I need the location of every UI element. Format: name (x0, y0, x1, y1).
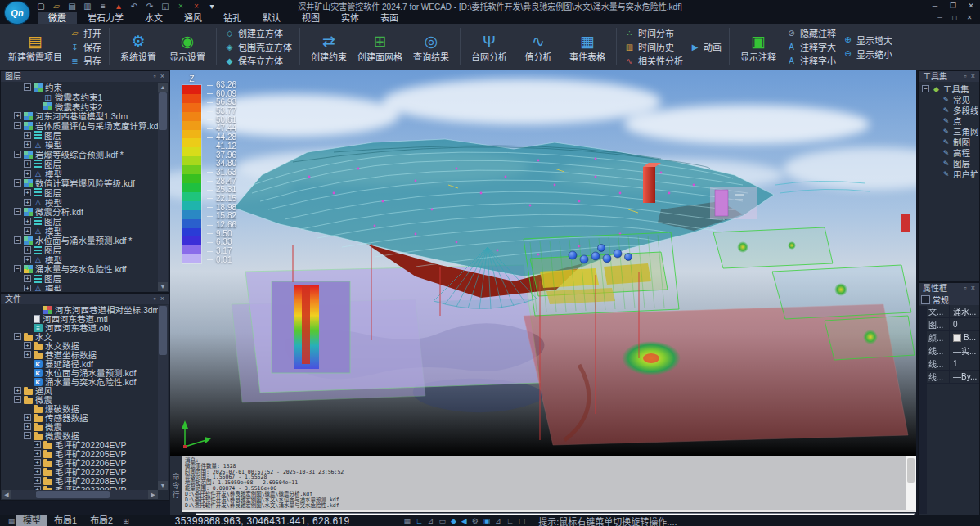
save-as-button[interactable]: ≣另存 (68, 54, 103, 68)
collapse-icon[interactable]: − (14, 396, 21, 403)
tree-item[interactable]: 微震表约束2 (2, 101, 158, 111)
property-row[interactable]: 线...—实... (926, 344, 979, 357)
tree-item[interactable]: +微震 (2, 422, 158, 431)
tree-item[interactable]: +通风 (2, 386, 158, 395)
expand-icon[interactable]: + (24, 227, 31, 235)
create-mesh-button[interactable]: ⊞创建面网格 (355, 25, 405, 69)
scrollbar-thumb[interactable] (159, 92, 167, 130)
3d-viewport[interactable]: Z 63.2660.0956.9353.7750.6147.4444.2841.… (170, 70, 916, 456)
tree-item[interactable]: 用户扩展 (919, 169, 978, 179)
collapse-icon[interactable]: − (14, 122, 21, 129)
window-icon[interactable]: ◱ (160, 0, 170, 12)
tree-item[interactable]: +模型 (2, 169, 158, 178)
scroll-down-icon[interactable]: ▼ (158, 282, 168, 291)
layout-add-icon[interactable]: ⊞ (123, 517, 129, 525)
close-red-icon[interactable]: × (191, 0, 201, 12)
tree-item[interactable]: 水位面与涌水量预测.kdf (2, 368, 158, 377)
display-shrink-button[interactable]: ⊖显示缩小 (841, 47, 894, 61)
files-horizontal-scrollbar[interactable]: ◀ ▶ (2, 490, 158, 499)
collapse-icon[interactable]: − (14, 265, 21, 272)
expand-icon[interactable]: + (24, 256, 31, 263)
tree-item[interactable]: +毛坪矿202206EVP (2, 458, 158, 467)
close-icon[interactable]: × (971, 71, 975, 82)
open-file-icon[interactable]: ▱ (52, 0, 61, 12)
tree-item[interactable]: 涌水量与突水危险性.kdf (2, 377, 158, 386)
pin-icon[interactable]: ▫ (964, 71, 967, 82)
new-microseismic-project-button[interactable]: ▤新建微震项目 (6, 25, 65, 69)
tree-item[interactable]: −水文 (2, 332, 158, 341)
menu-tab-水文[interactable]: 水文 (134, 12, 173, 24)
expand-icon[interactable]: + (14, 387, 21, 394)
menu-tab-视图[interactable]: 视图 (291, 12, 330, 24)
expand-icon[interactable]: + (24, 285, 31, 291)
value-analysis-button[interactable]: ∿值分析 (515, 25, 561, 69)
redo-icon[interactable]: ↷ (145, 0, 155, 12)
ortho-mode-icon[interactable]: ⊿ (428, 517, 434, 525)
expand-icon[interactable]: + (34, 477, 41, 484)
tree-item[interactable]: +模型 (2, 140, 158, 150)
expand-icon[interactable]: + (24, 160, 31, 168)
tree-item[interactable]: 图层 (919, 158, 978, 169)
scroll-right-icon[interactable]: ▶ (148, 490, 158, 499)
collapse-icon[interactable]: − (14, 151, 21, 158)
property-row[interactable]: 图...0 (926, 318, 979, 331)
tree-item[interactable]: −微震分析.kdf (2, 207, 158, 217)
expand-icon[interactable]: + (24, 170, 31, 178)
tree-item[interactable]: −微震数据 (2, 431, 158, 440)
tree-item[interactable]: +巷道坐标数据 (2, 350, 158, 359)
tree-item[interactable]: +河东河西巷道模型1.3dm (2, 111, 158, 121)
menu-tab-实体[interactable]: 实体 (330, 12, 370, 24)
menu-tab-通风[interactable]: 通风 (173, 12, 213, 24)
expand-icon[interactable]: + (24, 351, 31, 358)
tree-item[interactable]: −约束 (2, 83, 158, 92)
tree-item[interactable]: +毛坪矿202204EVP (2, 440, 158, 449)
tree-item[interactable]: +水文数据 (2, 341, 158, 350)
display-enlarge-button[interactable]: ⊕显示增大 (841, 33, 894, 47)
console-side-tab[interactable]: 命令行 (170, 456, 182, 515)
annotation-font-smaller-button[interactable]: A注释字小 (784, 54, 838, 68)
pin-icon[interactable]: ▫ (154, 294, 156, 304)
tree-item[interactable]: −数值计算岩爆风险等级.kdf (2, 178, 158, 188)
network-analysis-button[interactable]: Ψ台网分析 (466, 25, 512, 69)
tree-item[interactable]: +传感器数据 (2, 413, 158, 422)
show-annotation-button[interactable]: ▣显示注释 (735, 25, 781, 69)
tree-item[interactable]: 河东河西巷道相对坐标.3dm (2, 305, 158, 314)
expand-icon[interactable]: + (24, 199, 31, 206)
tree-item[interactable]: +毛坪矿202205EVP (2, 449, 158, 458)
tree-item[interactable]: −水位面与涌水量预测.kdf * (2, 236, 158, 245)
tree-item[interactable]: 爆破数据 (2, 404, 158, 413)
isolate-objects-icon[interactable]: ∟ (506, 517, 514, 525)
layout-tab-模型[interactable]: 模型 (16, 515, 47, 526)
expand-icon[interactable]: + (24, 423, 31, 430)
pin-icon[interactable]: ▫ (154, 71, 156, 82)
save-file-icon[interactable]: ▤ (67, 0, 77, 12)
expand-icon[interactable]: + (34, 468, 41, 475)
collapse-icon[interactable]: − (14, 208, 21, 215)
expand-icon[interactable]: + (34, 450, 41, 457)
dynamic-input-icon[interactable]: ⊿ (495, 517, 501, 525)
tree-item[interactable]: −微震 (2, 395, 158, 404)
create-constraint-button[interactable]: ⇄创建约束 (306, 25, 352, 69)
property-row[interactable]: 颜...B... (926, 331, 979, 344)
save-cube-button[interactable]: ◆保存立方体 (223, 54, 294, 68)
restore-button[interactable]: ❐ (944, 0, 962, 12)
expand-icon[interactable]: + (24, 218, 31, 225)
console-log[interactable]: 消息: 微震事件数量: 1328 时间范围: 2025-07-01 00:57:… (182, 456, 906, 510)
tree-item[interactable]: 河西河东巷道.obj (2, 323, 158, 332)
expand-icon[interactable]: + (24, 141, 31, 148)
query-results-button[interactable]: ◎查询结果 (408, 25, 454, 69)
tree-item[interactable]: 蔓延路径.kdf (2, 359, 158, 368)
grid-display-icon[interactable]: ▦ (404, 517, 411, 525)
open-button[interactable]: ▱打开 (68, 26, 103, 40)
tree-item[interactable]: 高程 (919, 147, 978, 158)
correlation-analysis-button[interactable]: ∿相关性分析 (623, 54, 685, 68)
tree-item[interactable]: +模型 (2, 226, 158, 236)
tree-item[interactable]: −岩体质量评估与采场宽度计算.kdf * (2, 121, 158, 131)
polar-tracking-icon[interactable]: ▭ (438, 517, 446, 525)
expand-icon[interactable]: + (24, 132, 31, 139)
scrollbar-thumb[interactable] (159, 306, 167, 355)
tree-item[interactable]: +图层 (2, 188, 158, 198)
scrollbar-thumb[interactable] (36, 491, 110, 498)
scroll-left-icon[interactable]: ◀ (2, 490, 11, 499)
app-logo[interactable]: Qn (4, 1, 30, 25)
